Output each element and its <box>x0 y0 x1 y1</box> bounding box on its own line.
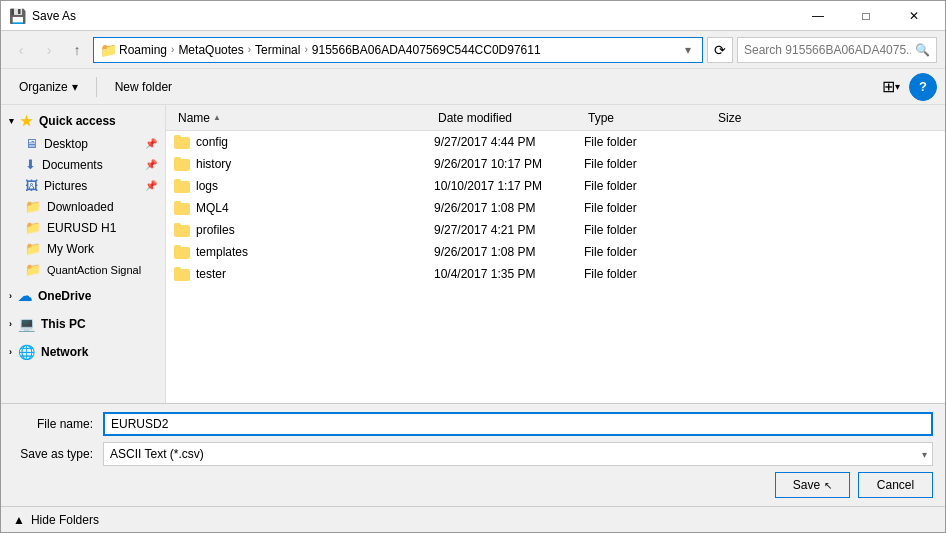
sidebar-item-documents[interactable]: ⬇ Documents 📌 <box>1 154 165 175</box>
savetype-row: Save as type: ASCII Text (*.csv) ▾ <box>13 442 933 466</box>
folder-icon <box>174 179 190 193</box>
col-type-label: Type <box>588 111 614 125</box>
file-date-cell: 10/4/2017 1:35 PM <box>434 267 584 281</box>
pin-icon-pictures: 📌 <box>145 180 157 191</box>
table-row[interactable]: logs 10/10/2017 1:17 PM File folder <box>166 175 945 197</box>
chevron-quick-access: ▾ <box>9 116 14 126</box>
view-icon: ⊞ <box>882 77 895 96</box>
col-name-label: Name <box>178 111 210 125</box>
sidebar-item-downloaded[interactable]: 📁 Downloaded <box>1 196 165 217</box>
save-button[interactable]: Save ↖ <box>775 472 850 498</box>
col-header-date[interactable]: Date modified <box>434 111 584 125</box>
sidebar-item-quantaction[interactable]: 📁 QuantAction Signal <box>1 259 165 280</box>
sidebar-section-network: › 🌐 Network <box>1 340 165 364</box>
back-button[interactable]: ‹ <box>9 38 33 62</box>
pin-icon-desktop: 📌 <box>145 138 157 149</box>
table-row[interactable]: config 9/27/2017 4:44 PM File folder <box>166 131 945 153</box>
sidebar-label-quantaction: QuantAction Signal <box>47 264 141 276</box>
sidebar-header-quick-access[interactable]: ▾ ★ Quick access <box>1 109 165 133</box>
sidebar-section-thispc: › 💻 This PC <box>1 312 165 336</box>
savetype-select[interactable]: ASCII Text (*.csv) <box>103 442 933 466</box>
file-date-cell: 9/26/2017 10:17 PM <box>434 157 584 171</box>
table-row[interactable]: tester 10/4/2017 1:35 PM File folder <box>166 263 945 285</box>
file-name-cell: MQL4 <box>174 201 434 215</box>
new-folder-button[interactable]: New folder <box>105 73 182 101</box>
sidebar-label-thispc: This PC <box>41 317 86 331</box>
address-path[interactable]: 📁 Roaming › MetaQuotes › Terminal › 9155… <box>93 37 703 63</box>
close-button[interactable]: ✕ <box>891 1 937 31</box>
col-size-label: Size <box>718 111 741 125</box>
file-date-cell: 9/27/2017 4:21 PM <box>434 223 584 237</box>
table-row[interactable]: MQL4 9/26/2017 1:08 PM File folder <box>166 197 945 219</box>
sort-arrow-name: ▲ <box>213 113 221 122</box>
sidebar-item-eurusd[interactable]: 📁 EURUSD H1 <box>1 217 165 238</box>
col-header-size[interactable]: Size <box>714 111 794 125</box>
path-segment-hash: 915566BA06ADA407569C544CC0D97611 <box>312 43 541 57</box>
file-name-text: MQL4 <box>196 201 229 215</box>
toolbar: Organize ▾ New folder ⊞ ▾ ? <box>1 69 945 105</box>
sidebar-label-documents: Documents <box>42 158 103 172</box>
network-icon: 🌐 <box>18 344 35 360</box>
forward-button[interactable]: › <box>37 38 61 62</box>
eurusd-icon: 📁 <box>25 220 41 235</box>
sidebar-header-onedrive[interactable]: › ☁ OneDrive <box>1 284 165 308</box>
file-date-cell: 9/26/2017 1:08 PM <box>434 245 584 259</box>
table-row[interactable]: history 9/26/2017 10:17 PM File folder <box>166 153 945 175</box>
file-name-text: profiles <box>196 223 235 237</box>
file-type-cell: File folder <box>584 201 714 215</box>
file-name-cell: config <box>174 135 434 149</box>
file-name-cell: templates <box>174 245 434 259</box>
col-date-label: Date modified <box>438 111 512 125</box>
sidebar-label-pictures: Pictures <box>44 179 87 193</box>
sidebar-header-network[interactable]: › 🌐 Network <box>1 340 165 364</box>
folder-icon <box>174 223 190 237</box>
file-name-cell: profiles <box>174 223 434 237</box>
minimize-button[interactable]: — <box>795 1 841 31</box>
folder-icon: 📁 <box>100 42 117 58</box>
folder-icon <box>174 135 190 149</box>
mywork-icon: 📁 <box>25 241 41 256</box>
savetype-label: Save as type: <box>13 447 103 461</box>
file-type-cell: File folder <box>584 179 714 193</box>
organize-label: Organize <box>19 80 68 94</box>
search-box[interactable]: 🔍 <box>737 37 937 63</box>
col-header-type[interactable]: Type <box>584 111 714 125</box>
sidebar-item-mywork[interactable]: 📁 My Work <box>1 238 165 259</box>
search-input[interactable] <box>744 43 911 57</box>
file-name-text: templates <box>196 245 248 259</box>
file-name-cell: logs <box>174 179 434 193</box>
folder-icon <box>174 157 190 171</box>
folder-icon <box>174 245 190 259</box>
filename-input[interactable] <box>103 412 933 436</box>
table-row[interactable]: profiles 9/27/2017 4:21 PM File folder <box>166 219 945 241</box>
maximize-button[interactable]: □ <box>843 1 889 31</box>
chevron-network: › <box>9 347 12 357</box>
folder-icon <box>174 201 190 215</box>
cancel-button[interactable]: Cancel <box>858 472 933 498</box>
path-dropdown-arrow[interactable]: ▾ <box>680 38 696 62</box>
sidebar-item-desktop[interactable]: 🖥 Desktop 📌 <box>1 133 165 154</box>
save-label: Save <box>793 478 820 492</box>
refresh-button[interactable]: ⟳ <box>707 37 733 63</box>
thispc-icon: 💻 <box>18 316 35 332</box>
sidebar-item-pictures[interactable]: 🖼 Pictures 📌 <box>1 175 165 196</box>
documents-icon: ⬇ <box>25 157 36 172</box>
table-row[interactable]: templates 9/26/2017 1:08 PM File folder <box>166 241 945 263</box>
up-button[interactable]: ↑ <box>65 38 89 62</box>
help-button[interactable]: ? <box>909 73 937 101</box>
sidebar-header-thispc[interactable]: › 💻 This PC <box>1 312 165 336</box>
toolbar-separator <box>96 77 97 97</box>
window-title: Save As <box>32 9 76 23</box>
organize-button[interactable]: Organize ▾ <box>9 73 88 101</box>
quantaction-icon: 📁 <box>25 262 41 277</box>
filename-row: File name: <box>13 412 933 436</box>
file-list: config 9/27/2017 4:44 PM File folder his… <box>166 131 945 403</box>
file-name-text: history <box>196 157 231 171</box>
savetype-select-wrapper: ASCII Text (*.csv) ▾ <box>103 442 933 466</box>
path-segment-terminal: Terminal <box>255 43 300 57</box>
col-header-name[interactable]: Name ▲ <box>174 111 434 125</box>
view-button[interactable]: ⊞ ▾ <box>877 73 905 101</box>
hide-folders-bar[interactable]: ▲ Hide Folders <box>1 506 945 532</box>
sidebar-label-network: Network <box>41 345 88 359</box>
sidebar-label-mywork: My Work <box>47 242 94 256</box>
